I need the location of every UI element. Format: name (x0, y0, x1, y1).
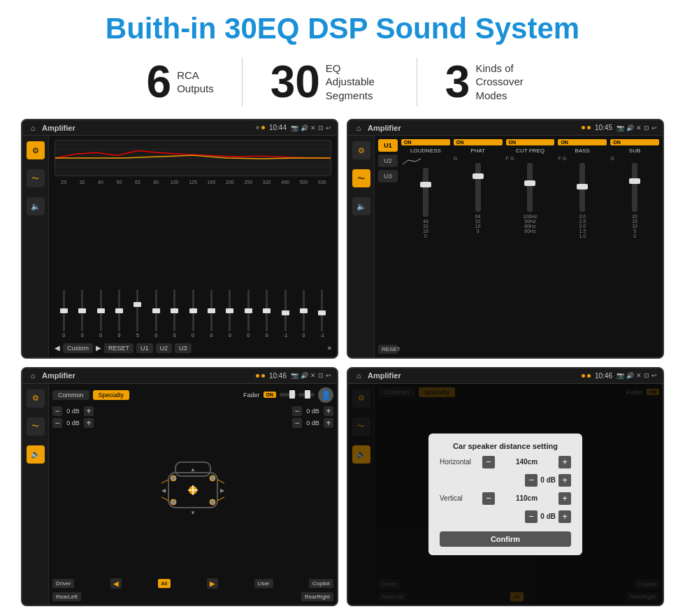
sub-thumb (629, 178, 640, 184)
fader-on-toggle[interactable]: ON (264, 392, 277, 398)
eq-sidebar-equalizer[interactable]: ⚙ (27, 141, 45, 159)
dialog-db-plus-1[interactable]: + (558, 474, 571, 487)
btn-driver[interactable]: Driver (52, 579, 74, 588)
eq-slider-12: -1 (276, 289, 294, 338)
db-val-1: 0 dB (64, 408, 82, 415)
btn-arrow-left[interactable]: ◀ (110, 578, 122, 589)
cutfreq-values: 100Hz90Hz80Hz60Hz (506, 214, 555, 234)
stat-rca: 6 RCAOutputs (119, 59, 242, 104)
dialog-db-minus-2[interactable]: − (525, 510, 538, 523)
crossover-status-dots (582, 126, 591, 129)
car-speaker-dialog: Car speaker distance setting Horizontal … (428, 434, 582, 555)
btn-rear-left[interactable]: RearLeft (52, 592, 81, 601)
bass-on-badge[interactable]: ON (558, 139, 607, 145)
dialog-overlay: Car speaker distance setting Horizontal … (348, 384, 663, 605)
cutfreq-slider[interactable] (527, 163, 533, 212)
dialog-db-right-1: − 0 dB + (525, 474, 571, 487)
svg-line-6 (217, 480, 224, 483)
dialog-vertical-row: Vertical − 110cm + (440, 492, 571, 505)
eq-slider-7: 0 (184, 289, 202, 338)
bass-slider[interactable] (579, 163, 585, 212)
db-minus-4[interactable]: − (292, 418, 302, 428)
db-plus-2[interactable]: + (84, 418, 94, 428)
eq-sidebar-wave[interactable]: 〜 (27, 169, 45, 187)
eq-u1-btn[interactable]: U1 (136, 343, 153, 353)
distance-app-name: Amplifier (368, 371, 577, 380)
eq-sidebar-speaker[interactable]: 🔈 (27, 197, 45, 215)
loudness-slider[interactable] (423, 168, 428, 217)
sub-values: 20151050 (610, 214, 659, 238)
eq-next-arrow[interactable]: ▶ (96, 344, 101, 352)
back-icon[interactable]: ↩ (326, 124, 331, 131)
preset-u3[interactable]: U3 (378, 170, 398, 182)
fader-thumb-1 (289, 390, 295, 399)
db-plus-1[interactable]: + (84, 406, 94, 416)
home-icon-3[interactable]: ⌂ (28, 371, 38, 380)
svg-point-11 (171, 499, 176, 505)
home-icon[interactable]: ⌂ (28, 123, 38, 133)
eq-prev-arrow[interactable]: ◀ (55, 344, 60, 352)
fader-avatar[interactable]: 👤 (318, 387, 333, 403)
crossover-sidebar-speaker[interactable]: 🔈 (352, 197, 370, 215)
sub-on-badge[interactable]: ON (610, 139, 659, 145)
eq-slider-6: 0 (165, 289, 183, 338)
eq-u2-btn[interactable]: U2 (156, 343, 173, 353)
loudness-on-badge[interactable]: ON (401, 139, 450, 145)
btn-arrow-right[interactable]: ▶ (207, 578, 218, 589)
back-icon-2[interactable]: ↩ (651, 124, 657, 131)
dialog-horizontal-plus[interactable]: + (558, 456, 571, 468)
eq-u3-btn[interactable]: U3 (175, 343, 192, 353)
eq-preset-custom[interactable]: Custom (63, 343, 93, 353)
back-icon-4[interactable]: ↩ (651, 372, 657, 379)
dialog-db-minus-1[interactable]: − (525, 474, 538, 487)
stat-rca-number: 6 (147, 59, 172, 104)
btn-copilot[interactable]: Copilot (309, 579, 333, 588)
dialog-vertical-minus[interactable]: − (482, 492, 495, 505)
crossover-col-cutfreq: ON CUT FREQ F G 100Hz90Hz80Hz60Hz (506, 139, 555, 353)
tab-specialty[interactable]: Specialty (93, 390, 130, 400)
db-minus-1[interactable]: − (52, 406, 62, 416)
dialog-confirm-button[interactable]: Confirm (440, 531, 571, 547)
crossover-sidebar-eq[interactable]: ⚙ (352, 141, 370, 159)
dialog-horizontal-value: 140cm (499, 458, 554, 466)
fader-track-1[interactable] (280, 393, 296, 396)
bass-values: 3.02.52.01.51.0 (558, 214, 607, 238)
btn-user[interactable]: User (254, 579, 273, 588)
tab-common[interactable]: Common (52, 390, 89, 400)
fader-track-2[interactable] (298, 393, 315, 396)
fader-sidebar-active[interactable]: 🔈 (27, 445, 45, 464)
db-plus-4[interactable]: + (324, 418, 333, 428)
home-icon-4[interactable]: ⌂ (354, 371, 363, 380)
loudness-label: LOUDNESS (401, 148, 450, 154)
svg-text:▲: ▲ (190, 466, 196, 473)
dialog-horizontal-minus[interactable]: − (482, 456, 495, 468)
fader-time: 10:46 (269, 372, 287, 380)
fader-sidebar-wave[interactable]: 〜 (27, 417, 45, 436)
crossover-reset[interactable]: RESET (378, 345, 398, 354)
btn-rear-right[interactable]: RearRight (301, 592, 333, 601)
back-icon-3[interactable]: ↩ (326, 372, 331, 379)
eq-more-icon[interactable]: » (327, 344, 331, 352)
cutfreq-on-badge[interactable]: ON (506, 139, 555, 145)
preset-u1[interactable]: U1 (378, 139, 398, 152)
btn-all[interactable]: All (158, 579, 171, 588)
phat-slider[interactable] (475, 163, 481, 212)
preset-u2[interactable]: U2 (378, 155, 398, 167)
crossover-sidebar-active[interactable]: 〜 (352, 169, 370, 187)
db-plus-3[interactable]: + (324, 406, 333, 416)
home-icon-2[interactable]: ⌂ (354, 123, 363, 133)
window-icon-3: ⊡ (318, 372, 324, 379)
fader-sidebar-eq[interactable]: ⚙ (27, 389, 45, 408)
svg-point-9 (171, 475, 176, 481)
dialog-db-plus-2[interactable]: + (558, 510, 571, 523)
sub-slider[interactable] (632, 163, 637, 212)
speaker-car-diagram: ▲ ▼ ◀ ▶ (97, 406, 289, 575)
eq-reset-btn[interactable]: RESET (104, 343, 134, 353)
db-minus-3[interactable]: − (292, 406, 302, 416)
phat-on-badge[interactable]: ON (454, 139, 503, 145)
svg-text:▶: ▶ (220, 487, 225, 494)
db-minus-2[interactable]: − (52, 418, 62, 428)
stats-row: 6 RCAOutputs 30 EQ AdjustableSegments 3 … (21, 57, 664, 106)
dialog-vertical-plus[interactable]: + (558, 492, 571, 505)
eq-freq-125: 125 (184, 180, 202, 185)
